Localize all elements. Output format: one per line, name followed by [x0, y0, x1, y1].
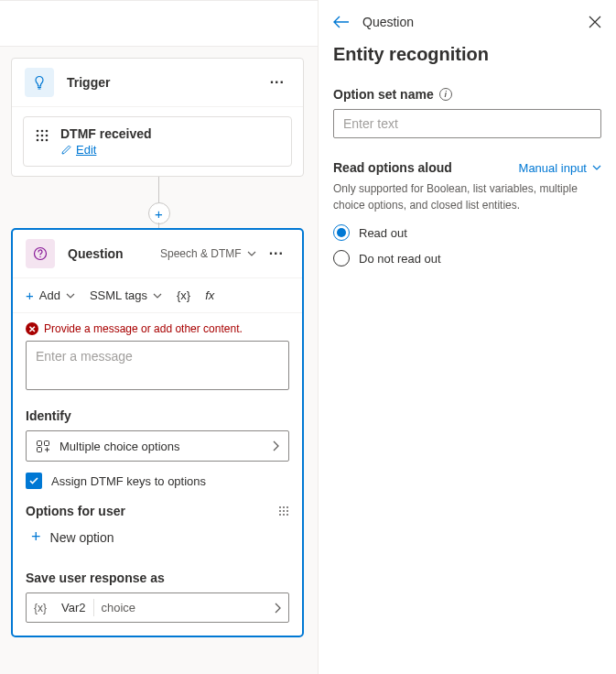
svg-point-22	[286, 514, 288, 516]
svg-point-0	[37, 130, 39, 133]
options-label: Options for user	[26, 504, 125, 518]
identify-selector[interactable]: Multiple choice options	[26, 430, 289, 462]
svg-point-4	[41, 135, 44, 137]
read-aloud-label: Read options aloud	[333, 160, 452, 175]
add-button[interactable]: + Add	[26, 288, 75, 303]
save-variable-selector[interactable]: {x} Var2 choice	[26, 592, 289, 623]
read-aloud-hint: Only supported for Boolean, list variabl…	[333, 180, 601, 213]
svg-point-8	[46, 139, 49, 142]
svg-point-5	[46, 135, 49, 137]
svg-point-16	[286, 506, 288, 508]
pencil-icon	[60, 144, 72, 156]
variable-icon: {x}	[34, 602, 47, 614]
option-set-label: Option set name i	[333, 87, 601, 102]
question-title: Question	[68, 246, 160, 261]
panel-heading: Entity recognition	[333, 44, 601, 65]
svg-point-21	[283, 514, 285, 516]
svg-point-7	[41, 139, 44, 142]
new-option-button[interactable]: + New option	[26, 518, 289, 556]
info-icon[interactable]: i	[439, 88, 452, 101]
plus-icon: +	[31, 527, 41, 547]
question-card: Question Speech & DTMF ··· + Add SSML ta…	[11, 228, 304, 637]
mode-dropdown[interactable]: Speech & DTMF	[160, 247, 256, 260]
option-set-input[interactable]	[333, 109, 601, 138]
assign-keys-label: Assign DTMF keys to options	[51, 474, 206, 488]
svg-point-1	[41, 130, 44, 133]
formula-button[interactable]: fx	[205, 288, 214, 302]
identify-label: Identify	[26, 408, 289, 423]
chevron-down-icon	[66, 293, 75, 299]
panel-breadcrumb: Question	[362, 15, 576, 29]
svg-rect-13	[38, 448, 42, 452]
svg-point-20	[279, 514, 281, 516]
ssml-tags-button[interactable]: SSML tags	[90, 288, 162, 302]
trigger-title: Trigger	[67, 75, 265, 90]
svg-point-17	[279, 510, 281, 512]
error-icon: ✕	[26, 322, 38, 335]
error-message: ✕ Provide a message or add other content…	[26, 322, 289, 335]
svg-rect-11	[38, 441, 42, 446]
chevron-down-icon	[592, 165, 601, 170]
svg-rect-12	[45, 441, 49, 446]
svg-point-6	[37, 139, 39, 142]
chevron-down-icon	[247, 251, 256, 256]
add-node-button[interactable]: +	[148, 202, 170, 224]
edit-link[interactable]: Edit	[60, 143, 152, 157]
properties-panel: Question Entity recognition Option set n…	[318, 0, 616, 674]
trigger-event-title: DTMF received	[60, 126, 152, 141]
question-icon	[26, 239, 55, 268]
trigger-event-row[interactable]: DTMF received Edit	[23, 116, 292, 167]
reorder-icon[interactable]	[278, 506, 289, 516]
save-response-label: Save user response as	[26, 571, 289, 585]
svg-point-18	[283, 510, 285, 512]
chevron-right-icon	[274, 603, 281, 614]
trigger-icon	[25, 68, 54, 97]
keypad-icon	[35, 126, 49, 143]
svg-point-3	[37, 135, 39, 137]
svg-point-2	[46, 130, 49, 133]
options-icon	[36, 439, 50, 453]
svg-point-14	[279, 506, 281, 508]
radio-do-not-read[interactable]: Do not read out	[333, 250, 601, 266]
variable-button[interactable]: {x}	[177, 288, 190, 302]
back-button[interactable]	[333, 16, 350, 28]
checkmark-icon	[28, 475, 39, 486]
message-input[interactable]	[26, 341, 289, 390]
svg-point-15	[283, 506, 285, 508]
svg-point-10	[39, 256, 40, 257]
question-more-button[interactable]: ···	[264, 242, 289, 266]
chevron-right-icon	[272, 440, 279, 451]
close-button[interactable]	[589, 16, 601, 28]
manual-input-dropdown[interactable]: Manual input	[519, 161, 601, 175]
plus-icon: +	[26, 288, 34, 303]
chevron-down-icon	[153, 293, 162, 299]
svg-point-19	[286, 510, 288, 512]
trigger-card: Trigger ··· DTMF received Edit	[11, 58, 304, 177]
assign-keys-checkbox[interactable]	[26, 473, 42, 489]
trigger-more-button[interactable]: ···	[265, 71, 290, 94]
radio-read-out[interactable]: Read out	[333, 224, 601, 241]
